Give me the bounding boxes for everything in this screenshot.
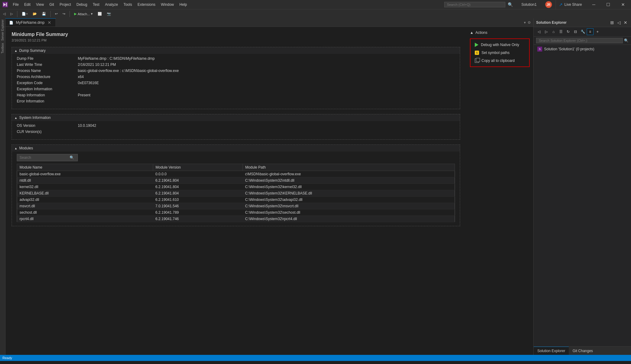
toolbar-forward[interactable]: ▷ — [9, 11, 15, 16]
toolbar-open[interactable]: 📂 — [31, 11, 39, 16]
modules-header[interactable]: ▲ Modules — [12, 145, 460, 152]
system-info-header[interactable]: ▲ System Information — [12, 114, 460, 121]
menu-analyze[interactable]: Analyze — [103, 2, 121, 7]
table-row[interactable]: sechost.dll 6.2.19041.789 C:\Windows\Sys… — [17, 209, 455, 216]
minidump-tab[interactable]: 📄 MyFileName.dmp ✕ — [5, 18, 56, 27]
toolbar: ◁ ▷ 📄+ 📂 💾 ↩ ↪ ▶ Attach... ▾ ⬜ 📷 — [0, 9, 631, 18]
play-icon — [475, 43, 478, 47]
modules-search-input[interactable] — [20, 155, 68, 160]
title-search-input[interactable] — [444, 2, 505, 7]
copy-all-action[interactable]: Copy all to clipboard — [474, 58, 526, 63]
open-icon: 📂 — [33, 12, 37, 16]
table-row[interactable]: ntdll.dll 6.2.19041.804 C:\Windows\Syste… — [17, 177, 455, 184]
solution-explorer-bottom-tab[interactable]: Solution Explorer — [534, 347, 569, 355]
vs-logo — [2, 2, 8, 7]
close-button[interactable]: ✕ — [618, 0, 629, 9]
menu-git[interactable]: Git — [47, 2, 56, 7]
menu-file[interactable]: File — [10, 2, 21, 7]
toolbar-attach[interactable]: ▶ Attach... ▾ — [72, 11, 94, 16]
se-pin-button[interactable]: ⊞ — [609, 20, 615, 26]
minimize-button[interactable]: ─ — [589, 0, 599, 9]
status-bar: Ready — [0, 355, 631, 361]
toolbar-extra2[interactable]: 📷 — [105, 11, 113, 16]
toolbar-redo[interactable]: ↪ — [61, 11, 67, 16]
maximize-button[interactable]: ☐ — [603, 0, 614, 9]
menu-tools[interactable]: Tools — [121, 2, 135, 7]
menu-window[interactable]: Window — [158, 2, 176, 7]
last-write-value: 2/16/2021 10:12:21 PM — [78, 62, 116, 67]
toolbar-back[interactable]: ◁ — [1, 11, 7, 16]
se-search-input[interactable] — [536, 38, 623, 43]
toolbar-separator-2 — [50, 11, 51, 17]
tab-close-button[interactable]: ✕ — [47, 20, 52, 25]
se-close-panel[interactable]: ✕ — [622, 20, 629, 26]
toolbar-extra1[interactable]: ⬜ — [96, 11, 104, 16]
se-arrow-left[interactable]: ◁ — [616, 20, 622, 26]
menu-edit[interactable]: Edit — [22, 2, 33, 7]
module-path-cell: c\MSDN\basic-global-overflow.exe — [243, 171, 455, 177]
module-version-cell: 7.0.19041.546 — [153, 203, 243, 209]
user-avatar[interactable]: JR — [545, 1, 552, 8]
module-version-cell: 6.2.19041.746 — [153, 216, 243, 222]
table-row[interactable]: msvcrt.dll 7.0.19041.546 C:\Windows\Syst… — [17, 203, 455, 209]
search-icon: 🔍 — [508, 2, 513, 7]
se-active-btn[interactable]: ≡ — [587, 28, 593, 35]
toolbar-new[interactable]: 📄+ — [20, 11, 30, 16]
dump-summary-header[interactable]: ▲ Dump Summary — [12, 47, 460, 54]
menu-view[interactable]: View — [34, 2, 46, 7]
table-row[interactable]: KERNELBASE.dll 6.2.19041.804 C:\Windows\… — [17, 190, 455, 197]
exception-code-value: 0xE073616E — [78, 81, 99, 85]
attach-dropdown-icon: ▾ — [91, 12, 93, 16]
modules-table-header-row: Module Name Module Version Module Path — [17, 164, 455, 171]
server-explorer-tab[interactable]: Server Explorer — [0, 18, 5, 42]
modules-label: Modules — [19, 146, 33, 150]
debug-native-action[interactable]: Debug with Native Only — [474, 42, 526, 48]
clr-version-row: CLR Version(s) — [17, 130, 455, 134]
set-symbols-action[interactable]: S Set symbol paths — [474, 50, 526, 55]
os-version-label: OS Version — [17, 123, 78, 128]
toolbar-save[interactable]: 💾 — [40, 11, 48, 16]
undo-icon: ↩ — [55, 12, 58, 16]
git-changes-bottom-tab[interactable]: Git Changes — [569, 347, 597, 355]
solution-icon: S — [537, 47, 542, 52]
table-row[interactable]: advapi32.dll 6.2.19041.610 C:\Windows\Sy… — [17, 197, 455, 203]
se-pages-btn[interactable]: ☰ — [557, 28, 564, 35]
minidump-panel: Minidump File Summary 2/16/2021 10:12:21… — [5, 27, 466, 355]
error-info-label: Error Information — [17, 99, 78, 103]
live-share-button[interactable]: ↗ Live Share — [556, 0, 585, 9]
attach-label: Attach... — [78, 12, 90, 16]
se-forward-btn[interactable]: ▷ — [543, 28, 550, 35]
menu-test[interactable]: Test — [90, 2, 102, 7]
solution-explorer-panel: Solution Explorer ⊞ ◁ ✕ ◁ ▷ ⌂ ☰ ↻ ⊟ 🔧 ≡ … — [533, 18, 631, 355]
se-sync-btn[interactable]: ↻ — [565, 28, 572, 35]
solution-tree-item[interactable]: S Solution 'Solution1' (0 projects) — [536, 46, 629, 52]
exception-info-row: Exception Information — [17, 87, 455, 91]
table-row[interactable]: rpcrt4.dll 6.2.19041.746 C:\Windows\Syst… — [17, 216, 455, 222]
back-icon: ◁ — [3, 12, 5, 16]
extra2-icon: 📷 — [107, 12, 111, 16]
table-row[interactable]: basic-global-overflow.exe 0.0.0.0 c\MSDN… — [17, 171, 455, 177]
se-filter-btn[interactable]: ⌖ — [594, 28, 601, 35]
tab-settings-dropdown[interactable]: ▾ — [524, 20, 526, 25]
dump-summary-arrow: ▲ — [14, 49, 17, 52]
module-name-cell: advapi32.dll — [17, 197, 153, 203]
tab-settings-gear[interactable]: ⚙ — [528, 20, 531, 25]
process-name-value: basic-global-overflow.exe : c:\MSDN\basi… — [78, 69, 179, 73]
toolbox-tab[interactable]: Toolbox — [0, 42, 5, 55]
menu-project[interactable]: Project — [57, 2, 73, 7]
se-title: Solution Explorer — [536, 20, 567, 25]
process-name-row: Process Name basic-global-overflow.exe :… — [17, 69, 455, 73]
toolbar-undo[interactable]: ↩ — [53, 11, 59, 16]
se-home-btn[interactable]: ⌂ — [550, 28, 557, 35]
table-row[interactable]: kernel32.dll 6.2.19041.804 C:\Windows\Sy… — [17, 184, 455, 190]
se-back-btn[interactable]: ◁ — [535, 28, 542, 35]
attach-play-icon: ▶ — [74, 12, 77, 16]
module-version-cell: 6.2.19041.804 — [153, 177, 243, 184]
menu-extensions[interactable]: Extensions — [135, 2, 158, 7]
menu-help[interactable]: Help — [177, 2, 189, 7]
system-info-label: System Information — [19, 116, 51, 120]
se-collapse-btn[interactable]: ⊟ — [572, 28, 579, 35]
col-module-name: Module Name — [17, 164, 153, 171]
menu-debug[interactable]: Debug — [74, 2, 90, 7]
se-props-btn[interactable]: 🔧 — [579, 28, 586, 35]
